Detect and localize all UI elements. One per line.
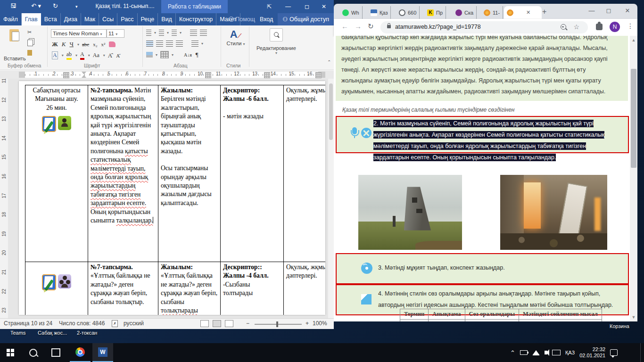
search-icon[interactable] [270, 28, 283, 41]
format-painter-icon[interactable] [27, 50, 32, 56]
line-spacing-icon[interactable] [191, 41, 198, 47]
browser-tab[interactable]: 660 [396, 6, 420, 19]
language-indicator[interactable]: русский [124, 320, 144, 327]
word-scrollbar[interactable] [328, 79, 334, 318]
ribbon-tab[interactable]: Диза [61, 13, 81, 25]
cell-descriptor[interactable]: Дескриптор:: Жалпы -4 балл. -Сызбаны тол… [221, 262, 284, 315]
font-color-button[interactable]: А [80, 51, 84, 60]
word-count[interactable]: Число слов: 4846 [59, 320, 105, 327]
reload-icon[interactable]: ↻ [368, 22, 374, 31]
show-desktop-button[interactable] [640, 343, 644, 362]
scroll-down-icon[interactable]: ▼ [630, 315, 637, 320]
page-indicator[interactable]: Страница 10 из 24 [4, 320, 52, 327]
sort-icon[interactable]: А↓я [184, 52, 192, 58]
horizontal-ruler[interactable]: 12345678910111213141516 [0, 71, 334, 79]
desktop-icon-teams[interactable]: Teams [10, 330, 25, 336]
pilcrow-icon[interactable]: ¶ [196, 51, 198, 58]
tab-close-icon[interactable]: ✕ [526, 9, 530, 16]
profile-avatar[interactable]: N [610, 22, 620, 32]
align-left-icon[interactable] [146, 41, 153, 47]
url-text[interactable]: atamuraweb.kz/?page_id=19778 [395, 24, 481, 30]
share-button[interactable]: ⚇ Общий доступ [278, 13, 334, 25]
undo-icon[interactable]: ↶ ▾ [31, 2, 41, 9]
underline-button[interactable]: Ч [70, 41, 74, 48]
touch-keyboard-icon[interactable] [552, 350, 561, 355]
multilevel-list-icon[interactable] [172, 30, 177, 36]
ribbon-tab[interactable]: Вид [158, 13, 176, 25]
task2-text[interactable]: 2. Мәтін мазмұнына сүйеніп, Семей полиго… [373, 118, 622, 163]
zoom-in-button[interactable]: + [305, 320, 309, 327]
print-layout-icon[interactable] [213, 320, 221, 327]
document-page[interactable]: Сабақтың ортасы Мағынаны ашу. 26 мин. №2… [19, 81, 325, 315]
shrink-font-button[interactable]: А̌ [116, 53, 120, 58]
cell-resources[interactable]: Оқулық, жұмыс дәптерлері. [284, 85, 326, 262]
align-center-icon[interactable] [156, 41, 163, 47]
editing-button[interactable]: Редактирование ▾ [256, 28, 296, 55]
help-button[interactable]: Помощ [229, 16, 255, 23]
cell-stage[interactable] [25, 262, 88, 315]
ribbon-tab[interactable]: Файл [0, 13, 22, 25]
ribbon-tab[interactable]: Мак [81, 13, 99, 25]
justify-icon[interactable] [176, 41, 183, 47]
ribbon-tab[interactable]: Ссы [99, 13, 117, 25]
zoom-slider-thumb[interactable] [276, 321, 278, 327]
indent-marker-top[interactable] [82, 72, 86, 74]
cell-skill[interactable]: Жазылым: Берілген мәтінді жалғастырып, б… [158, 85, 221, 262]
ribbon-tab[interactable]: Глав [22, 13, 41, 25]
volume-icon[interactable] [545, 351, 547, 354]
subscript-button[interactable]: x₂ [93, 41, 97, 47]
notification-center-icon[interactable] [610, 349, 618, 356]
active-browser-tab[interactable]: ✕ [504, 6, 542, 19]
page-scrollbar[interactable]: ▲ ▼ [630, 36, 637, 321]
cell-resources[interactable]: Оқулық, жқмыс дәптерлері. [284, 262, 326, 315]
forward-icon[interactable]: → [355, 22, 362, 30]
zoom-out-button[interactable]: − [246, 320, 249, 327]
collapse-ribbon-icon[interactable]: ⌃ [327, 59, 331, 65]
document-area[interactable]: 11121314151617181920212223 Сабақтың орта… [0, 79, 334, 318]
ribbon-tab[interactable]: Вста [41, 13, 61, 25]
cell-task[interactable]: №2-тапсырма. Мәтін мазмұнына сүйеніп, Се… [88, 85, 158, 262]
cell-task[interactable]: №7-тапсырма. «Ұлттық байлыққа не жатады?… [88, 262, 158, 315]
ribbon-tab[interactable]: Расс [117, 13, 137, 25]
page-scrollbar-thumb[interactable] [631, 69, 636, 168]
styles-button[interactable]: А⟋ Стили ▾ [225, 28, 246, 46]
zoom-level[interactable]: 100% [313, 320, 327, 327]
grow-font-button[interactable]: А̂ [108, 52, 112, 59]
chrome-minimize-button[interactable]: — [584, 4, 600, 18]
new-tab-button[interactable]: + [542, 8, 546, 16]
shading-icon[interactable] [146, 52, 153, 58]
desktop-icon-term2[interactable]: 2-токсан [77, 330, 97, 336]
cell-skill[interactable]: Жазылым: «Ұлттық байлыққа не жатады?» де… [158, 262, 221, 315]
bullets-icon[interactable] [146, 30, 151, 36]
taskbar-chrome-button[interactable] [70, 343, 91, 362]
chrome-maximize-button[interactable]: ◻ [601, 4, 617, 18]
desktop-icon-lessonplan[interactable]: Сабақ жос... [38, 330, 67, 336]
menu-icon[interactable]: ⋮ [627, 22, 634, 30]
recycle-bin-label[interactable]: Корзина [610, 323, 629, 329]
taskbar-word-button[interactable]: W [92, 343, 113, 362]
table-column-marker[interactable] [205, 72, 211, 78]
back-icon[interactable]: ← [341, 22, 348, 30]
zoom-slider[interactable] [255, 324, 302, 325]
font-size-box[interactable]: 11 ▾ [107, 29, 124, 38]
start-button[interactable] [0, 343, 21, 362]
table-column-marker[interactable] [315, 72, 322, 78]
browser-tab[interactable]: Ска [453, 6, 477, 19]
web-layout-icon[interactable] [225, 320, 233, 327]
cut-icon[interactable]: ✂ [27, 29, 32, 35]
tray-expand-icon[interactable]: ⌃ [510, 349, 515, 356]
cell-stage[interactable]: Сабақтың ортасы Мағынаны ашу. 26 мин. [25, 85, 88, 262]
browser-tab[interactable]: Қаз [368, 6, 391, 19]
task-view-button[interactable] [45, 343, 66, 362]
decrease-indent-icon[interactable] [190, 30, 197, 36]
browser-tab[interactable]: 11- [481, 6, 503, 19]
qat-customize-icon[interactable]: ▾ [75, 4, 78, 9]
address-bar[interactable]: atamuraweb.kz/?page_id=19778 ☆ [380, 21, 588, 33]
ribbon-display-icon[interactable]: ⇱ [261, 0, 277, 13]
text-effects-button[interactable]: A [52, 51, 58, 59]
proofing-icon[interactable]: ✗ [112, 320, 118, 327]
bold-button[interactable]: Ж [52, 41, 58, 48]
word-maximize-button[interactable]: ◻ [299, 0, 315, 13]
language-switcher[interactable]: ҚАЗ [565, 350, 575, 355]
strikethrough-button[interactable]: abc [82, 41, 89, 47]
